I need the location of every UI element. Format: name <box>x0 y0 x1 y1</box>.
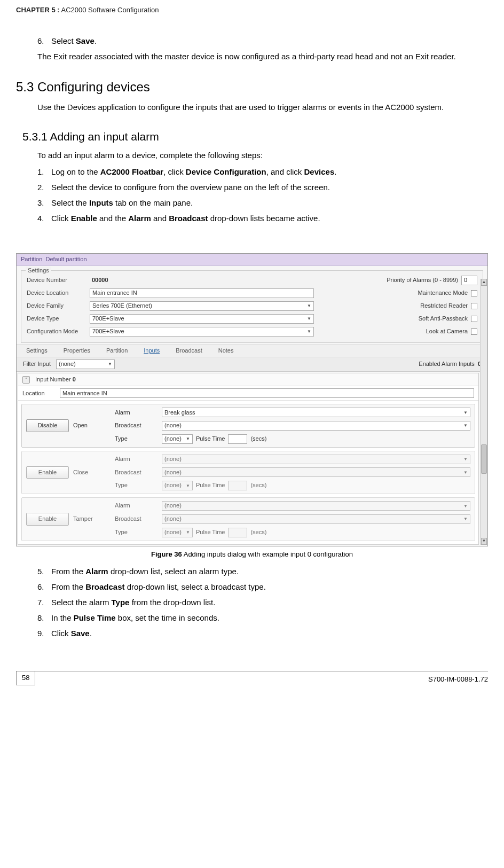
input-block-close: Alarm (none)▼ Enable Close Broadcast (no… <box>21 451 475 494</box>
label: Device Type <box>27 315 85 323</box>
step-number: 1. <box>37 166 51 177</box>
label: Device Location <box>27 289 85 297</box>
label: Location <box>22 389 54 397</box>
group-legend: Settings <box>26 267 51 275</box>
device-type-dropdown[interactable]: 700E+Slave▼ <box>90 314 314 324</box>
filter-input-dropdown[interactable]: (none)▼ <box>56 359 115 369</box>
section-heading: 5.3 Configuring devices <box>16 78 488 96</box>
maintenance-mode-checkbox[interactable] <box>471 290 477 296</box>
step-text: Select the device to configure from the … <box>51 182 483 193</box>
label: Restricted Reader <box>420 302 468 310</box>
disable-button[interactable]: Disable <box>26 419 69 432</box>
alarm-dropdown[interactable]: Break glass▼ <box>162 408 470 417</box>
chevron-down-icon: ▼ <box>186 483 190 489</box>
restricted-reader-checkbox[interactable] <box>471 303 477 309</box>
label: Broadcast <box>115 421 158 429</box>
pulse-time-input[interactable] <box>228 434 247 444</box>
tab-bar: Settings Properties Partition Inputs Bro… <box>17 344 487 357</box>
step-number: 3. <box>37 197 51 208</box>
step-text: From the Broadcast drop-down list, selec… <box>51 581 483 592</box>
label: Alarm <box>115 455 158 463</box>
chevron-down-icon: ▼ <box>186 436 190 442</box>
label: Broadcast <box>115 468 158 476</box>
alarm-dropdown[interactable]: (none)▼ <box>162 501 470 511</box>
input-block-tamper: Alarm (none)▼ Enable Tamper Broadcast (n… <box>21 497 475 541</box>
pulse-time-input[interactable] <box>228 481 247 490</box>
subsection-heading: 5.3.1 Adding an input alarm <box>22 129 488 144</box>
chevron-down-icon: ▼ <box>463 410 468 416</box>
broadcast-dropdown[interactable]: (none)▼ <box>162 467 470 477</box>
step-number: 6. <box>37 35 51 46</box>
enable-button[interactable]: Enable <box>26 466 69 479</box>
chevron-down-icon: ▼ <box>307 316 311 322</box>
page-footer: 58 S700-IM-0088-1.72 <box>16 671 488 685</box>
tab-inputs[interactable]: Inputs <box>144 347 160 355</box>
step-text: Select the Inputs tab on the main pane. <box>51 197 483 208</box>
label: (secs) <box>250 481 266 489</box>
step-text: Select Save. <box>51 35 483 46</box>
type-dropdown[interactable]: (none)▼ <box>162 528 193 537</box>
anti-passback-checkbox[interactable] <box>471 316 477 322</box>
label: Pulse Time <box>196 435 225 443</box>
tab-notes[interactable]: Notes <box>218 347 234 355</box>
look-camera-checkbox[interactable] <box>471 329 477 335</box>
paragraph: The Exit reader associated with the mast… <box>37 51 483 62</box>
step-text: Click Save. <box>51 628 483 639</box>
chevron-down-icon: ▼ <box>307 329 311 334</box>
step-number: 4. <box>37 213 51 224</box>
tab-properties[interactable]: Properties <box>64 347 90 355</box>
type-dropdown[interactable]: (none)▼ <box>162 434 193 444</box>
label: Device Family <box>27 302 85 310</box>
step-text: Click Enable and the Alarm and Broadcast… <box>51 213 483 224</box>
step-number: 6. <box>37 581 51 592</box>
scroll-down-icon[interactable]: ▼ <box>481 538 487 545</box>
step-text: From the Alarm drop-down list, select an… <box>51 566 483 577</box>
broadcast-dropdown[interactable]: (none)▼ <box>162 514 470 524</box>
type-dropdown[interactable]: (none)▼ <box>162 481 193 490</box>
chapter-header: CHAPTER 5 : AC2000 Software Configuratio… <box>16 5 488 15</box>
broadcast-dropdown[interactable]: (none)▼ <box>162 421 470 431</box>
chevron-down-icon: ▼ <box>463 423 468 428</box>
label: Priority of Alarms (0 - 8999) <box>387 276 458 284</box>
alarm-dropdown[interactable]: (none)▼ <box>162 455 470 464</box>
enable-button[interactable]: Enable <box>26 513 69 525</box>
chevron-down-icon: ▼ <box>186 529 190 535</box>
priority-input[interactable]: 0 <box>461 276 477 285</box>
pulse-time-input[interactable] <box>228 528 247 537</box>
scroll-up-icon[interactable]: ▲ <box>481 279 487 286</box>
tab-settings[interactable]: Settings <box>26 347 48 355</box>
device-location-input[interactable]: Main entrance IN <box>90 288 314 298</box>
label: (secs) <box>250 528 266 536</box>
tab-partition[interactable]: Partition <box>106 347 128 355</box>
label: Alarm <box>115 409 158 417</box>
label: Alarm <box>115 502 158 510</box>
page-number: 58 <box>16 671 35 685</box>
state-label: Open <box>73 421 111 429</box>
chevron-down-icon: ▼ <box>463 456 468 462</box>
label: Type <box>115 481 158 489</box>
step-number: 9. <box>37 628 51 639</box>
location-input[interactable]: Main entrance IN <box>60 388 474 398</box>
label: Broadcast <box>115 515 158 523</box>
device-family-dropdown[interactable]: Series 700E (Ethernet)▼ <box>90 301 314 311</box>
chevron-down-icon: ▼ <box>108 361 112 367</box>
paragraph: Use the Devices application to configure… <box>37 101 483 113</box>
vertical-scrollbar[interactable]: ▲ ▼ <box>480 279 487 545</box>
step-number: 7. <box>37 597 51 608</box>
label: Type <box>115 435 158 443</box>
collapse-toggle[interactable]: ˄ <box>22 376 30 384</box>
label: Maintenance Mode <box>418 289 468 297</box>
chevron-down-icon: ▼ <box>463 516 468 522</box>
document-id: S700-IM-0088-1.72 <box>428 675 488 684</box>
state-label: Close <box>73 468 111 476</box>
config-mode-dropdown[interactable]: 700E+Slave▼ <box>90 327 314 337</box>
step-text: In the Pulse Time box, set the time in s… <box>51 612 483 623</box>
label: Soft Anti-Passback <box>419 315 468 323</box>
tab-broadcast[interactable]: Broadcast <box>176 347 202 355</box>
scroll-thumb[interactable] <box>481 444 487 474</box>
label: Look at Camera <box>426 327 468 335</box>
device-number-value: 00000 <box>90 276 111 285</box>
input-block-open: Alarm Break glass▼ Disable Open Broadcas… <box>21 404 475 447</box>
label: Enabled Alarm Inputs <box>419 360 475 368</box>
state-label: Tamper <box>73 515 111 523</box>
